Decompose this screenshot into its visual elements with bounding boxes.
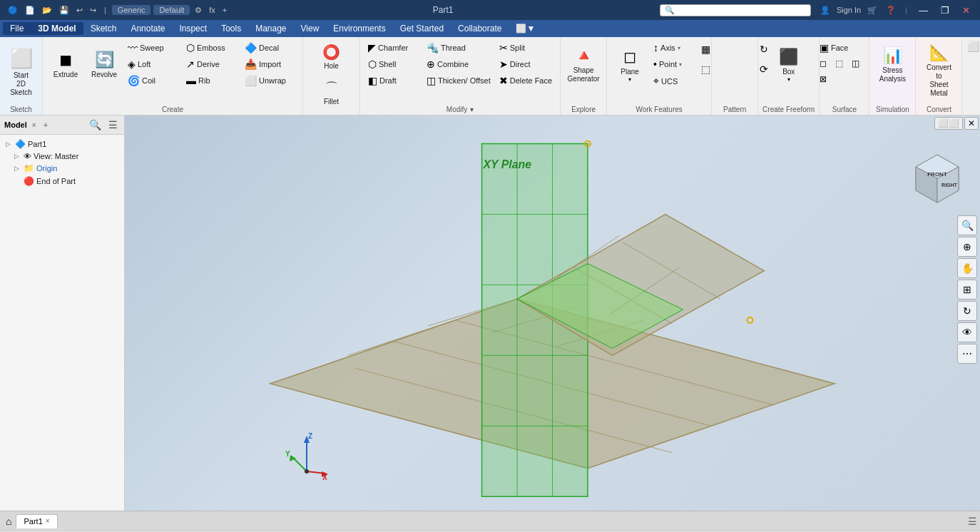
direct-btn[interactable]: ➤Direct bbox=[496, 56, 556, 72]
save-btn[interactable]: 💾 bbox=[57, 5, 71, 16]
chamfer-btn[interactable]: ◤Chamfer bbox=[364, 40, 422, 56]
menu-extra[interactable]: ⬜▼ bbox=[509, 22, 542, 35]
loft-btn[interactable]: ◈Loft bbox=[124, 56, 181, 72]
undo-btn[interactable]: ↩ bbox=[74, 5, 85, 16]
s-icon3[interactable]: ◫ bbox=[848, 56, 863, 71]
add-btn[interactable]: + bbox=[220, 5, 229, 15]
menu-tools[interactable]: Tools bbox=[214, 22, 248, 35]
ribbon-expand-btn[interactable]: ⬜ bbox=[965, 40, 980, 53]
add-tab-icon[interactable]: + bbox=[41, 120, 50, 130]
viewport-close-btn[interactable]: ✕ bbox=[964, 117, 979, 130]
extrude-btn[interactable]: ◼ Extrude bbox=[47, 40, 84, 90]
stress-analysis-btn[interactable]: 📊 StressAnalysis bbox=[874, 40, 911, 90]
decal-label: Decal bbox=[259, 44, 279, 52]
s-icon2[interactable]: ⬚ bbox=[832, 56, 847, 71]
more-nav-btn[interactable]: ⋯ bbox=[957, 344, 977, 364]
sweep-btn[interactable]: 〰Sweep bbox=[124, 40, 181, 56]
menu-file[interactable]: File bbox=[3, 22, 31, 35]
s-icon4[interactable]: ⊠ bbox=[816, 72, 830, 86]
search-input[interactable] bbox=[678, 6, 806, 14]
menu-environments[interactable]: Environments bbox=[326, 22, 392, 35]
tab-close-icon[interactable]: × bbox=[46, 517, 50, 525]
tree-item-part1[interactable]: ▷ 🔷 Part1 bbox=[3, 138, 121, 150]
tree-expand-view[interactable]: ▷ bbox=[14, 153, 21, 160]
plane-dropdown[interactable]: ▾ bbox=[628, 76, 631, 83]
zoom-window-btn[interactable]: ⊞ bbox=[957, 280, 977, 300]
modify-dropdown-icon[interactable]: ▾ bbox=[470, 106, 474, 113]
signin-icon[interactable]: 👤 bbox=[818, 5, 832, 16]
viewport-expand-btn[interactable]: ⬜⬜ bbox=[934, 117, 963, 130]
unwrap-btn[interactable]: ⬜Unwrap bbox=[241, 73, 298, 88]
app-logo[interactable]: 🔵 bbox=[6, 5, 20, 16]
coil-btn[interactable]: 🌀Coil bbox=[124, 73, 181, 88]
search-bar[interactable]: 🔍 bbox=[660, 4, 811, 16]
open-btn[interactable]: 📂 bbox=[40, 5, 54, 16]
import-btn[interactable]: 📥Import bbox=[241, 56, 298, 72]
tree-expand-origin[interactable]: ▷ bbox=[14, 165, 21, 172]
shell-btn[interactable]: ⬡Shell bbox=[364, 56, 422, 72]
zoom-btn[interactable]: ⊕ bbox=[957, 237, 977, 257]
restore-btn[interactable]: ❐ bbox=[936, 4, 954, 17]
tab-expand-icon[interactable]: ☰ bbox=[968, 516, 977, 527]
menu-getstarted[interactable]: Get Started bbox=[393, 22, 451, 35]
fillet-btn[interactable]: ⌒ Fillet bbox=[313, 76, 350, 110]
model-tab[interactable]: Model bbox=[4, 121, 27, 129]
menu-annotate[interactable]: Annotate bbox=[123, 22, 172, 35]
hole-btn[interactable]: ⭕ Hole bbox=[313, 40, 350, 74]
decal-icon: 🔷 bbox=[245, 42, 257, 53]
deleteface-btn[interactable]: ✖Delete Face bbox=[496, 73, 556, 88]
pan-btn[interactable]: ✋ bbox=[957, 258, 977, 278]
ribbon-group-create: ◼ Extrude 🔄 Revolve 〰Sweep ◈Loft 🌀Coil ⬡… bbox=[43, 37, 303, 115]
tree-item-endofpart[interactable]: 🔴 End of Part bbox=[3, 175, 121, 188]
default-btn[interactable]: Default bbox=[153, 5, 190, 15]
new-btn[interactable]: 📄 bbox=[23, 5, 37, 16]
menu-sketch[interactable]: Sketch bbox=[83, 22, 124, 35]
pattern-icon3[interactable]: ⬚ bbox=[677, 60, 734, 78]
box-btn[interactable]: ⬛ Box ▾ bbox=[770, 40, 807, 90]
decal-btn[interactable]: 🔷Decal bbox=[241, 40, 298, 56]
box-dropdown[interactable]: ▾ bbox=[787, 76, 790, 83]
zoom-extents-btn[interactable]: 🔍 bbox=[957, 215, 977, 235]
face-btn[interactable]: ▣Face bbox=[816, 40, 873, 56]
fx-btn[interactable]: fx bbox=[207, 5, 218, 15]
nav-cube[interactable]: FRONT RIGHT bbox=[909, 151, 966, 208]
tree-item-viewmaster[interactable]: ▷ 👁 View: Master bbox=[3, 150, 121, 162]
menu-inspect[interactable]: Inspect bbox=[172, 22, 214, 35]
start-2d-sketch-btn[interactable]: ⬜ Start2D Sketch bbox=[3, 44, 40, 101]
sidebar-search-btn[interactable]: 🔍 bbox=[87, 118, 103, 131]
menu-view[interactable]: View bbox=[294, 22, 327, 35]
revolve-btn[interactable]: 🔄 Revolve bbox=[86, 40, 123, 90]
orbit-btn[interactable]: ↻ bbox=[957, 301, 977, 321]
cart-icon[interactable]: 🛒 bbox=[865, 5, 879, 16]
draft-btn[interactable]: ◧Draft bbox=[364, 73, 422, 88]
pattern-icon1[interactable]: ▦ bbox=[677, 40, 734, 58]
thicken-btn[interactable]: ◫Thicken/ Offset bbox=[423, 73, 494, 88]
minimize-btn[interactable]: — bbox=[914, 4, 932, 17]
look-at-btn[interactable]: 👁 bbox=[957, 322, 977, 342]
tree-expand-part1[interactable]: ▷ bbox=[6, 140, 13, 148]
settings-icon[interactable]: ⚙ bbox=[193, 5, 204, 16]
plane-btn[interactable]: ◻ Plane ▾ bbox=[611, 40, 648, 90]
thread-btn[interactable]: 🔩Thread bbox=[423, 40, 494, 56]
home-btn[interactable]: ⌂ bbox=[3, 514, 14, 528]
menu-manage[interactable]: Manage bbox=[248, 22, 293, 35]
s-icon1[interactable]: ◻ bbox=[816, 56, 830, 71]
emboss-btn[interactable]: ⬡Emboss bbox=[183, 40, 240, 56]
rib-btn[interactable]: ▬Rib bbox=[183, 73, 240, 88]
help-icon[interactable]: ❓ bbox=[884, 5, 898, 16]
close-btn[interactable]: ✕ bbox=[958, 4, 974, 17]
tab-part1[interactable]: Part1 × bbox=[16, 514, 57, 528]
viewport[interactable]: ⬜⬜ ✕ FRONT RIGHT 🔍 ⊕ ✋ ⊞ ↻ 👁 ⋯ bbox=[125, 116, 980, 511]
derive-btn[interactable]: ↗Derive bbox=[183, 56, 240, 72]
split-btn[interactable]: ✂Split bbox=[496, 40, 556, 56]
shape-generator-btn[interactable]: 🔺 ShapeGenerator bbox=[565, 40, 602, 90]
redo-btn[interactable]: ↪ bbox=[88, 5, 98, 16]
generic-btn[interactable]: Generic bbox=[112, 5, 151, 15]
combine-btn[interactable]: ⊕Combine bbox=[423, 56, 494, 72]
tree-item-origin[interactable]: ▷ 📁 Origin bbox=[3, 162, 121, 175]
sidebar-menu-btn[interactable]: ☰ bbox=[106, 118, 120, 131]
menu-3dmodel[interactable]: 3D Model bbox=[31, 22, 83, 35]
convert-sheet-metal-btn[interactable]: 📐 Convert toSheet Metal bbox=[920, 40, 957, 101]
menu-collaborate[interactable]: Collaborate bbox=[451, 22, 509, 35]
close-tab-icon[interactable]: × bbox=[30, 121, 39, 130]
